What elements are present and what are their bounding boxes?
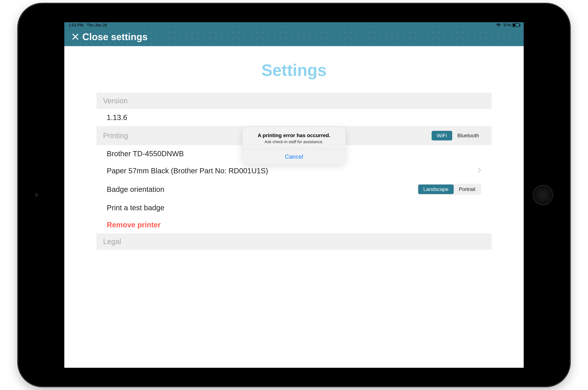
alert-cancel-button[interactable]: Cancel <box>243 149 345 164</box>
paper-label: Paper 57mm Black (Brother Part No: RD001… <box>107 167 268 175</box>
remove-printer-row[interactable]: Remove printer <box>96 216 492 233</box>
section-header-version-label: Version <box>103 97 128 105</box>
battery-icon <box>512 23 520 27</box>
version-value: 1.13.6 <box>107 113 127 122</box>
battery-indicator: 37% <box>503 23 520 28</box>
page-title: Settings <box>64 61 524 80</box>
section-header-version: Version <box>96 93 492 109</box>
content: Settings Version 1.13.6 Printing WiFi <box>64 46 524 368</box>
error-alert: A printing error has occurred. Ask check… <box>243 127 345 164</box>
home-button[interactable] <box>533 185 553 205</box>
section-header-legal-label: Legal <box>103 238 121 246</box>
close-settings-label: Close settings <box>82 31 147 42</box>
section-header-printing-label: Printing <box>103 132 128 140</box>
front-camera <box>35 193 38 197</box>
printer-name: Brother TD-4550DNWB <box>107 149 184 158</box>
test-badge-label: Print a test badge <box>107 204 164 212</box>
chevron-right-icon <box>478 167 481 174</box>
remove-printer-label: Remove printer <box>107 221 161 229</box>
screen: 1:53 PM Thu Jan 26 37% <box>64 22 524 368</box>
paper-row[interactable]: Paper 57mm Black (Brother Part No: RD001… <box>96 162 492 179</box>
alert-message: Ask check-in staff for assistance. <box>248 140 340 144</box>
wifi-icon <box>496 23 501 27</box>
status-bar: 1:53 PM Thu Jan 26 37% <box>64 22 524 28</box>
connection-bluetooth-option[interactable]: Bluetooth <box>452 131 484 141</box>
alert-title: A printing error has occurred. <box>248 133 340 138</box>
test-badge-row[interactable]: Print a test badge <box>96 199 492 216</box>
battery-percent: 37% <box>503 23 511 28</box>
orientation-toggle[interactable]: Landscape Portrait <box>417 184 481 195</box>
version-row: 1.13.6 <box>96 109 492 126</box>
connection-wifi-option[interactable]: WiFi <box>432 131 452 141</box>
orientation-label: Badge orientation <box>107 185 164 194</box>
orientation-landscape-option[interactable]: Landscape <box>418 185 454 194</box>
settings-panel: Version 1.13.6 Printing WiFi Bluetooth <box>96 93 492 250</box>
orientation-portrait-option[interactable]: Portrait <box>454 185 481 194</box>
ipad-frame: 1:53 PM Thu Jan 26 37% <box>18 4 570 386</box>
orientation-row: Badge orientation Landscape Portrait <box>96 179 492 199</box>
close-icon <box>72 33 79 41</box>
connection-toggle[interactable]: WiFi Bluetooth <box>431 130 485 141</box>
status-date: Thu Jan 26 <box>87 23 107 28</box>
section-header-legal: Legal <box>96 233 492 250</box>
ipad-bezel: 1:53 PM Thu Jan 26 37% <box>24 9 564 381</box>
close-settings-button[interactable]: Close settings <box>72 31 147 42</box>
status-time: 1:53 PM <box>68 23 84 28</box>
